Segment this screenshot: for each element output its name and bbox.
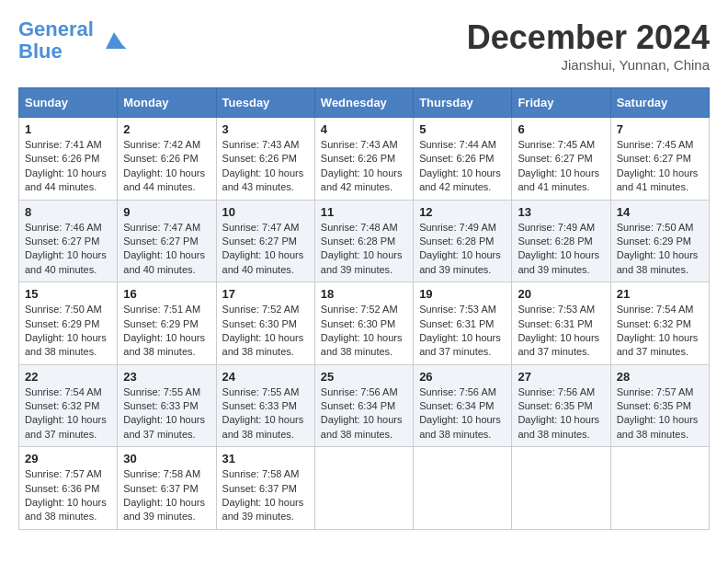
calendar-cell: 29Sunrise: 7:57 AMSunset: 6:36 PMDayligh… [19, 447, 118, 530]
calendar-cell: 24Sunrise: 7:55 AMSunset: 6:33 PMDayligh… [216, 364, 314, 447]
day-number: 8 [25, 205, 111, 219]
day-detail: Sunrise: 7:53 AMSunset: 6:31 PMDaylight:… [419, 303, 506, 360]
day-detail: Sunrise: 7:41 AMSunset: 6:26 PMDaylight:… [25, 138, 111, 195]
month-title: December 2024 [467, 18, 710, 57]
day-number: 22 [25, 370, 111, 384]
calendar-table: SundayMondayTuesdayWednesdayThursdayFrid… [18, 87, 710, 530]
calendar-cell: 20Sunrise: 7:53 AMSunset: 6:31 PMDayligh… [512, 282, 610, 365]
day-number: 15 [25, 287, 111, 301]
day-detail: Sunrise: 7:46 AMSunset: 6:27 PMDaylight:… [25, 221, 111, 278]
weekday-header-friday: Friday [512, 88, 610, 118]
day-number: 26 [419, 370, 506, 384]
calendar-cell: 30Sunrise: 7:58 AMSunset: 6:37 PMDayligh… [118, 447, 216, 530]
calendar-cell: 16Sunrise: 7:51 AMSunset: 6:29 PMDayligh… [118, 282, 216, 365]
day-detail: Sunrise: 7:47 AMSunset: 6:27 PMDaylight:… [123, 221, 210, 278]
calendar-cell: 11Sunrise: 7:48 AMSunset: 6:28 PMDayligh… [314, 200, 413, 282]
calendar-cell [414, 447, 512, 530]
weekday-header-tuesday: Tuesday [216, 88, 314, 118]
weekday-header-monday: Monday [118, 88, 216, 118]
calendar-cell: 15Sunrise: 7:50 AMSunset: 6:29 PMDayligh… [19, 282, 118, 365]
day-number: 19 [419, 287, 506, 301]
calendar-cell: 5Sunrise: 7:44 AMSunset: 6:26 PMDaylight… [414, 118, 512, 201]
day-detail: Sunrise: 7:45 AMSunset: 6:27 PMDaylight:… [617, 138, 703, 195]
day-detail: Sunrise: 7:51 AMSunset: 6:29 PMDaylight:… [123, 303, 210, 360]
day-detail: Sunrise: 7:53 AMSunset: 6:31 PMDaylight:… [518, 303, 604, 360]
day-number: 27 [518, 370, 604, 384]
day-detail: Sunrise: 7:56 AMSunset: 6:34 PMDaylight:… [321, 385, 407, 442]
day-detail: Sunrise: 7:49 AMSunset: 6:28 PMDaylight:… [518, 221, 604, 278]
day-detail: Sunrise: 7:49 AMSunset: 6:28 PMDaylight:… [419, 221, 506, 278]
calendar-cell [610, 447, 709, 530]
calendar-week-2: 8Sunrise: 7:46 AMSunset: 6:27 PMDaylight… [19, 200, 710, 282]
day-detail: Sunrise: 7:54 AMSunset: 6:32 PMDaylight:… [25, 385, 111, 442]
day-detail: Sunrise: 7:50 AMSunset: 6:29 PMDaylight:… [617, 221, 703, 278]
day-detail: Sunrise: 7:57 AMSunset: 6:36 PMDaylight:… [25, 467, 111, 524]
day-number: 21 [617, 287, 703, 301]
day-number: 1 [25, 122, 111, 136]
calendar-cell: 23Sunrise: 7:55 AMSunset: 6:33 PMDayligh… [118, 364, 216, 447]
calendar-cell: 19Sunrise: 7:53 AMSunset: 6:31 PMDayligh… [414, 282, 512, 365]
location: Jianshui, Yunnan, China [467, 57, 710, 73]
calendar-cell: 21Sunrise: 7:54 AMSunset: 6:32 PMDayligh… [610, 282, 709, 365]
calendar-week-5: 29Sunrise: 7:57 AMSunset: 6:36 PMDayligh… [19, 447, 710, 530]
calendar-cell [314, 447, 413, 530]
calendar-cell [512, 447, 610, 530]
day-detail: Sunrise: 7:55 AMSunset: 6:33 PMDaylight:… [222, 385, 309, 442]
day-detail: Sunrise: 7:43 AMSunset: 6:26 PMDaylight:… [222, 138, 309, 195]
day-detail: Sunrise: 7:50 AMSunset: 6:29 PMDaylight:… [25, 303, 111, 360]
day-number: 24 [222, 370, 309, 384]
day-number: 17 [222, 287, 309, 301]
logo-text: General Blue [18, 18, 94, 63]
day-number: 5 [419, 122, 506, 136]
calendar-cell: 28Sunrise: 7:57 AMSunset: 6:35 PMDayligh… [610, 364, 709, 447]
day-detail: Sunrise: 7:55 AMSunset: 6:33 PMDaylight:… [123, 385, 210, 442]
header: General Blue December 2024 Jianshui, Yun… [18, 18, 710, 73]
day-detail: Sunrise: 7:57 AMSunset: 6:35 PMDaylight:… [617, 385, 703, 442]
calendar-cell: 31Sunrise: 7:58 AMSunset: 6:37 PMDayligh… [216, 447, 314, 530]
weekday-header-thursday: Thursday [414, 88, 512, 118]
calendar-cell: 8Sunrise: 7:46 AMSunset: 6:27 PMDaylight… [19, 200, 118, 282]
day-detail: Sunrise: 7:58 AMSunset: 6:37 PMDaylight:… [123, 467, 210, 524]
day-detail: Sunrise: 7:45 AMSunset: 6:27 PMDaylight:… [518, 138, 604, 195]
calendar-week-4: 22Sunrise: 7:54 AMSunset: 6:32 PMDayligh… [19, 364, 710, 447]
day-detail: Sunrise: 7:42 AMSunset: 6:26 PMDaylight:… [123, 138, 210, 195]
day-detail: Sunrise: 7:48 AMSunset: 6:28 PMDaylight:… [321, 221, 407, 278]
calendar-cell: 25Sunrise: 7:56 AMSunset: 6:34 PMDayligh… [314, 364, 413, 447]
weekday-header-row: SundayMondayTuesdayWednesdayThursdayFrid… [19, 88, 710, 118]
weekday-header-saturday: Saturday [610, 88, 709, 118]
day-detail: Sunrise: 7:52 AMSunset: 6:30 PMDaylight:… [321, 303, 407, 360]
day-detail: Sunrise: 7:56 AMSunset: 6:34 PMDaylight:… [419, 385, 506, 442]
calendar-cell: 17Sunrise: 7:52 AMSunset: 6:30 PMDayligh… [216, 282, 314, 365]
day-number: 28 [617, 370, 703, 384]
calendar-cell: 4Sunrise: 7:43 AMSunset: 6:26 PMDaylight… [314, 118, 413, 201]
day-detail: Sunrise: 7:44 AMSunset: 6:26 PMDaylight:… [419, 138, 506, 195]
weekday-header-wednesday: Wednesday [314, 88, 413, 118]
day-number: 18 [321, 287, 407, 301]
calendar-cell: 10Sunrise: 7:47 AMSunset: 6:27 PMDayligh… [216, 200, 314, 282]
calendar-cell: 13Sunrise: 7:49 AMSunset: 6:28 PMDayligh… [512, 200, 610, 282]
calendar-cell: 1Sunrise: 7:41 AMSunset: 6:26 PMDaylight… [19, 118, 118, 201]
calendar-week-1: 1Sunrise: 7:41 AMSunset: 6:26 PMDaylight… [19, 118, 710, 201]
calendar-cell: 9Sunrise: 7:47 AMSunset: 6:27 PMDaylight… [118, 200, 216, 282]
day-detail: Sunrise: 7:43 AMSunset: 6:26 PMDaylight:… [321, 138, 407, 195]
calendar-cell: 18Sunrise: 7:52 AMSunset: 6:30 PMDayligh… [314, 282, 413, 365]
day-number: 7 [617, 122, 703, 136]
logo: General Blue [18, 18, 131, 63]
day-number: 4 [321, 122, 407, 136]
day-number: 25 [321, 370, 407, 384]
day-number: 6 [518, 122, 604, 136]
day-number: 9 [123, 205, 210, 219]
day-detail: Sunrise: 7:58 AMSunset: 6:37 PMDaylight:… [222, 467, 309, 524]
calendar-cell: 2Sunrise: 7:42 AMSunset: 6:26 PMDaylight… [118, 118, 216, 201]
calendar-cell: 3Sunrise: 7:43 AMSunset: 6:26 PMDaylight… [216, 118, 314, 201]
logo-icon [97, 24, 131, 57]
day-detail: Sunrise: 7:47 AMSunset: 6:27 PMDaylight:… [222, 221, 309, 278]
day-detail: Sunrise: 7:54 AMSunset: 6:32 PMDaylight:… [617, 303, 703, 360]
day-number: 23 [123, 370, 210, 384]
day-number: 2 [123, 122, 210, 136]
day-number: 30 [123, 452, 210, 465]
day-number: 31 [222, 452, 309, 465]
day-number: 20 [518, 287, 604, 301]
calendar-cell: 12Sunrise: 7:49 AMSunset: 6:28 PMDayligh… [414, 200, 512, 282]
day-number: 12 [419, 205, 506, 219]
